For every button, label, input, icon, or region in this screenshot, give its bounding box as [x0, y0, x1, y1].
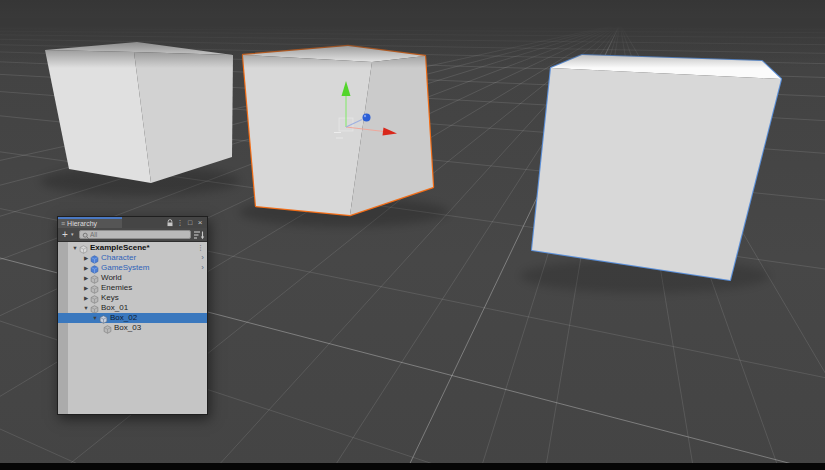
tree-item-label: Keys: [101, 293, 119, 302]
cube-box03-child[interactable]: [532, 55, 781, 280]
hierarchy-toolbar: + ▾: [58, 228, 207, 242]
hierarchy-tree: ▼ExampleScene* ⋮ ▶Character › ▶GameSyste…: [58, 242, 207, 414]
tree-item-label: Character: [101, 253, 136, 262]
add-object-button[interactable]: +: [62, 228, 68, 241]
foldout-arrow[interactable]: ▶: [82, 273, 90, 283]
window-titlebar[interactable]: ≡Hierarchy ⋮ □ ×: [58, 217, 207, 228]
foldout-arrow[interactable]: ▼: [82, 303, 90, 313]
foldout-arrow[interactable]: ▶: [82, 253, 90, 263]
tree-item-label: GameSystem: [101, 263, 149, 272]
tab-hierarchy[interactable]: ≡Hierarchy: [58, 217, 122, 228]
tree-item-gamesystem[interactable]: ▶GameSystem ›: [58, 263, 207, 273]
tree-item-character[interactable]: ▶Character ›: [58, 253, 207, 263]
prefab-open-chevron[interactable]: ›: [201, 253, 204, 263]
search-box: [79, 230, 191, 239]
unity-scene-view: ≡Hierarchy ⋮ □ × + ▾: [0, 0, 825, 470]
tree-item-box02-selected[interactable]: ▼Box_02: [58, 313, 207, 323]
add-dropdown-caret[interactable]: ▾: [71, 231, 74, 237]
cube-box02-selected[interactable]: [243, 46, 433, 215]
lock-icon[interactable]: [165, 219, 175, 227]
cube-box01[interactable]: [45, 42, 233, 183]
tree-item-enemies[interactable]: ▶Enemies: [58, 283, 207, 293]
tree-item-label: Box_01: [101, 303, 128, 312]
tree-item-box01[interactable]: ▼Box_01: [58, 303, 207, 313]
tree-item-label: Enemies: [101, 283, 132, 292]
bottom-letterbox: [0, 463, 825, 470]
maximize-icon[interactable]: □: [185, 217, 195, 228]
tree-item-label: Box_02: [110, 313, 137, 322]
prefab-open-chevron[interactable]: ›: [201, 263, 204, 273]
pane-menu-icon: ≡: [61, 220, 65, 227]
foldout-arrow[interactable]: ▼: [91, 313, 99, 323]
tab-label: Hierarchy: [67, 220, 97, 227]
window-menu-icon[interactable]: ⋮: [175, 217, 185, 228]
tree-item-label: World: [101, 273, 122, 282]
foldout-arrow[interactable]: ▼: [71, 243, 79, 253]
tree-item-world[interactable]: ▶World: [58, 273, 207, 283]
gameobject-icon: [103, 325, 112, 334]
foldout-arrow[interactable]: ▶: [82, 293, 90, 303]
tree-item-scene-root[interactable]: ▼ExampleScene* ⋮: [58, 243, 207, 253]
hierarchy-window: ≡Hierarchy ⋮ □ × + ▾: [57, 216, 208, 415]
tree-item-label: ExampleScene*: [90, 243, 150, 252]
search-input[interactable]: [90, 231, 190, 238]
tree-item-keys[interactable]: ▶Keys: [58, 293, 207, 303]
kebab-menu-icon[interactable]: ⋮: [197, 243, 204, 253]
foldout-arrow[interactable]: ▶: [82, 283, 90, 293]
close-icon[interactable]: ×: [195, 217, 205, 228]
search-icon: [82, 232, 90, 240]
tree-item-box03[interactable]: Box_03: [58, 323, 207, 333]
sort-icon[interactable]: [193, 230, 205, 240]
foldout-arrow[interactable]: ▶: [82, 263, 90, 273]
tree-item-label: Box_03: [114, 323, 141, 332]
